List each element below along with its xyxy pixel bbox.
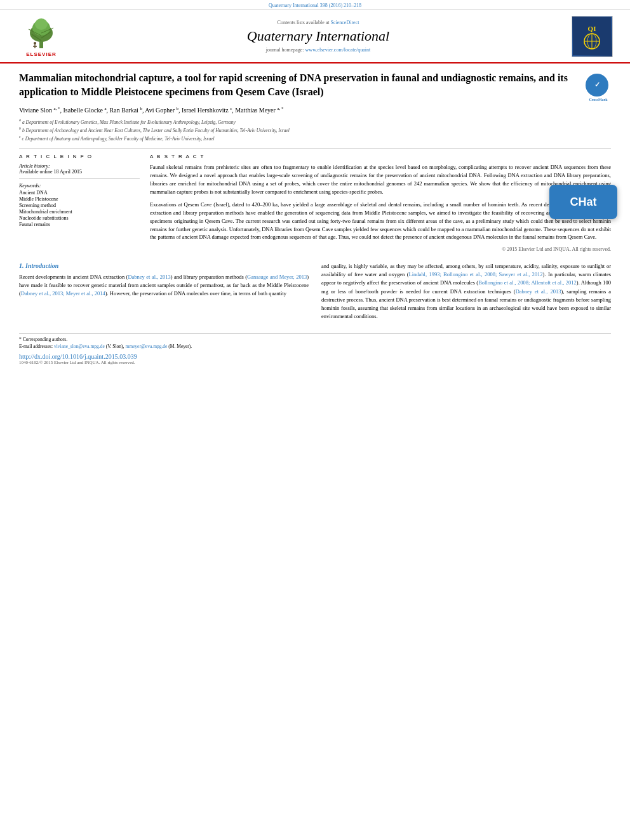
body-columns: 1. Introduction Recent developments in a… xyxy=(19,262,611,326)
keyword-3: Screening method xyxy=(19,203,140,208)
ref-bollongino[interactable]: Bollongino et al., 2008; Allentoft et al… xyxy=(478,279,577,286)
keywords-block: Keywords: Ancient DNA Middle Pleistocene… xyxy=(19,183,140,227)
affiliations-block: a a Department of Evolutionary Genetics,… xyxy=(19,117,611,142)
body-right-column: and quality, is highly variable, as they… xyxy=(321,262,611,326)
crossmark-badge: ✓ CrossMark xyxy=(586,74,611,99)
intro-right-text: and quality, is highly variable, as they… xyxy=(321,262,611,321)
info-divider xyxy=(19,178,140,179)
doi-block: http://dx.doi.org/10.1016/j.quaint.2015.… xyxy=(19,353,611,360)
article-container: Mammalian mitochondrial capture, a tool … xyxy=(0,63,630,373)
affiliation-c: c c Department of Anatomy and Anthropolo… xyxy=(19,134,611,142)
article-info-header: A R T I C L E I N F O xyxy=(19,154,140,159)
affiliation-b: b b Department of Archaeology and Ancien… xyxy=(19,126,611,134)
intro-left-text: Recent developments in ancient DNA extra… xyxy=(19,273,309,298)
journal-logo-image: QI xyxy=(572,16,613,57)
ref-dabney-2013b[interactable]: Dabney et al., 2013 xyxy=(516,288,561,295)
corresponding-note: * Corresponding authors. xyxy=(19,337,611,342)
keyword-2: Middle Pleistocene xyxy=(19,196,140,202)
article-title-block: Mammalian mitochondrial capture, a tool … xyxy=(19,71,611,100)
journal-header: ELSEVIER Contents lists available at Sci… xyxy=(0,10,630,63)
body-content: 1. Introduction Recent developments in a… xyxy=(19,262,611,365)
elsevier-tree-icon xyxy=(19,15,64,50)
abstract-paragraph-1: Faunal skeletal remains from prehistoric… xyxy=(150,163,611,196)
body-left-column: 1. Introduction Recent developments in a… xyxy=(19,262,309,326)
chat-button[interactable]: CHat xyxy=(549,185,617,219)
keywords-list: Ancient DNA Middle Pleistocene Screening… xyxy=(19,190,140,227)
ref-dabney-2013[interactable]: Dabney et al., 2013 xyxy=(128,274,170,280)
email-line: E-mail addresses: viviane_slon@eva.mpg.d… xyxy=(19,343,611,349)
journal-title: Quaternary International xyxy=(70,28,566,44)
abstract-column: A B S T R A C T Faunal skeletal remains … xyxy=(150,154,611,252)
email-slon[interactable]: viviane_slon@eva.mpg.de xyxy=(54,343,105,349)
svg-point-3 xyxy=(35,18,48,30)
qi-journal-icon: QI xyxy=(573,17,611,55)
keyword-4: Mitochondrial enrichment xyxy=(19,209,140,215)
ref-gansauge[interactable]: Gansauge and Meyer, 2013 xyxy=(247,274,307,280)
available-online: Available online 18 April 2015 xyxy=(19,169,140,175)
keyword-6: Faunal remains xyxy=(19,222,140,227)
journal-citation-bar: Quaternary International 398 (2016) 210–… xyxy=(0,0,630,10)
copyright-line: © 2015 Elsevier Ltd and INQUA. All right… xyxy=(150,246,611,252)
sciencedirect-link[interactable]: ScienceDirect xyxy=(331,20,359,25)
article-title-text: Mammalian mitochondrial capture, a tool … xyxy=(19,72,568,97)
chat-button-label: CHat xyxy=(570,196,596,209)
license-line: 1040-6182/© 2015 Elsevier Ltd and INQUA.… xyxy=(19,360,611,365)
article-history-block: Article history: Available online 18 Apr… xyxy=(19,163,140,175)
keywords-label: Keywords: xyxy=(19,183,140,189)
ref-lindahl[interactable]: Lindahl, 1993; Bollongino et al., 2008; … xyxy=(409,271,543,277)
intro-section-title: 1. Introduction xyxy=(19,262,309,269)
doi-link[interactable]: http://dx.doi.org/10.1016/j.quaint.2015.… xyxy=(19,353,137,360)
article-info-column: A R T I C L E I N F O Article history: A… xyxy=(19,154,140,252)
info-abstract-columns: A R T I C L E I N F O Article history: A… xyxy=(19,154,611,252)
authors-line: Viviane Slon a, *, Isabelle Glocke a, Ra… xyxy=(19,106,611,114)
abstract-paragraph-2: Excavations at Qesem Cave (Israel), date… xyxy=(150,201,611,241)
svg-text:QI: QI xyxy=(588,25,596,32)
authors-text: Viviane Slon a, *, Isabelle Glocke a, Ra… xyxy=(19,107,283,114)
keyword-5: Nucleotide substitutions xyxy=(19,215,140,221)
keyword-1: Ancient DNA xyxy=(19,190,140,196)
homepage-link[interactable]: www.elsevier.com/locate/quaint xyxy=(305,47,371,53)
crossmark-icon: ✓ xyxy=(586,74,608,97)
journal-logo-right: QI xyxy=(566,16,617,57)
svg-point-8 xyxy=(34,42,36,44)
history-label: Article history: xyxy=(19,163,140,169)
journal-title-block: Contents lists available at ScienceDirec… xyxy=(70,20,566,53)
title-divider xyxy=(19,148,611,149)
journal-citation: Quaternary International 398 (2016) 210–… xyxy=(269,3,361,8)
contents-line: Contents lists available at ScienceDirec… xyxy=(70,20,566,25)
ref-dabney-meyer[interactable]: Dabney et al., 2013; Meyer et al., 2014 xyxy=(21,290,105,297)
email-meyer[interactable]: mmeyer@eva.mpg.de xyxy=(125,343,167,349)
homepage-line: journal homepage: www.elsevier.com/locat… xyxy=(70,47,566,53)
elsevier-logo: ELSEVIER xyxy=(13,15,70,57)
abstract-header: A B S T R A C T xyxy=(150,154,611,159)
elsevier-brand-text: ELSEVIER xyxy=(26,51,57,57)
footnotes-block: * Corresponding authors. E-mail addresse… xyxy=(19,333,611,349)
affiliation-a: a a Department of Evolutionary Genetics,… xyxy=(19,117,611,126)
